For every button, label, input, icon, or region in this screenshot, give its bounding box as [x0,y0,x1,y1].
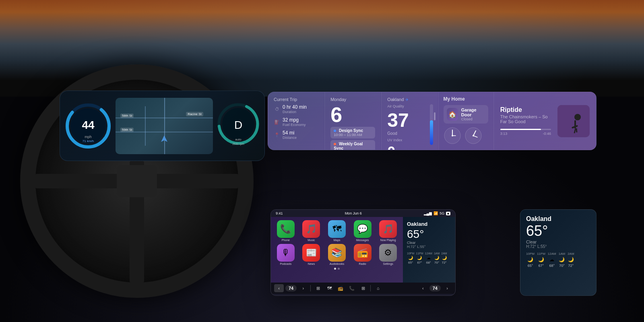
music-card: Riptide The Chainsmokers – So Far So Goo… [493,92,596,150]
weather-desc: Clear [407,241,451,245]
garage-icon: 🏠 [447,108,458,121]
weather-hour-0: 10PM 🌙 65° [407,252,414,264]
rw-hour-4: 2AM 🌙 72° [568,252,574,268]
battery-label: 5G [440,211,444,215]
svg-point-13 [473,135,474,136]
home-card: My Home 🏠 Garage Door Closed [438,92,493,150]
air-quality-card: Oakland ✈ Air Quality 37 Good UV Index 0… [381,92,438,150]
garage-door-item[interactable]: 🏠 Garage Door Closed [444,105,488,124]
calendar-event-1-time: 10:00 – 11:00 AM [334,133,372,137]
app-maps[interactable]: 🗺 Maps [325,220,349,242]
app-audiobooks[interactable]: 📚 Audiobooks [325,244,349,265]
home-button[interactable]: ⌂ [373,284,383,292]
rw-hourly: 10PM 🌙 65° 11PM 🌙 67° 12AM ☁ 68° 1AM 🌙 7… [526,252,590,268]
temp-display-right[interactable]: 74 [429,285,441,291]
aq-label: Air Quality [387,104,432,108]
calendar-card: Monday 6 Design Sync 10:00 – 11:00 AM We… [324,92,381,150]
right-forward-button[interactable]: › [442,284,452,292]
right-back-button[interactable]: ‹ [418,284,428,292]
music-artist: The Chainsmokers – So Far So Good [500,114,551,124]
speed-km: 71 km/h [83,139,94,143]
aq-city: Oakland [387,97,404,102]
calendar-day-number: 6 [330,104,375,125]
music-title: Riptide [500,106,551,114]
svg-point-15 [574,114,581,120]
calendar-day-name: Monday [330,97,375,102]
rw-city: Oakland [526,215,590,223]
music-progress-bar[interactable] [500,129,551,130]
music-times: 3:13 -0:46 [500,132,551,136]
apps-button[interactable]: ⊞ [358,284,368,292]
garage-status: Closed [461,117,485,121]
aq-bar-fill [430,120,433,145]
phone-button[interactable]: 📞 [347,284,357,292]
rw-hour-2: 12AM ☁ 68° [548,252,556,268]
rpm-value: 2530 rpm [232,142,244,145]
trip-distance-label: Distance [283,136,297,140]
rw-hour-0: 10PM 🌙 65° [526,252,535,268]
signal-icon: ▂▄▆ [424,211,432,215]
trip-title: Current Trip [274,97,318,102]
street-label-58th: 58th St [120,114,134,118]
instrument-cluster: 44 mph 71 km/h Racine St 58th St 59th St… [60,91,265,161]
analog-clock-2 [464,127,482,144]
speed-unit: mph [85,135,92,139]
rw-desc: Clear [526,239,590,244]
app-podcasts[interactable]: 🎙 Podcasts [274,244,297,265]
weather-city: Oakland [407,221,451,227]
svg-rect-14 [557,105,590,137]
aq-status: Good [387,131,432,136]
app-phone[interactable]: 📞 Phone [274,220,297,242]
divider-2 [370,285,371,291]
weather-hl: H:72° L:55° [407,245,451,249]
app-grid: 📞 Phone 🎵 Music 🗺 Maps 💬 Messages 🎵 [274,220,400,265]
maps-button[interactable]: 🗺 [324,284,334,292]
svg-point-9 [452,135,453,136]
app-messages[interactable]: 💬 Messages [351,220,374,242]
weather-hour-2: 12AM ☁ 68° [425,252,432,264]
music-info: Riptide The Chainsmokers – So Far So Goo… [500,106,551,136]
carplay-time: 9:41 [276,211,283,215]
right-weather-widget: Oakland 65° Clear H:72° L:55° 10PM 🌙 65°… [520,209,597,296]
app-nowplaying[interactable]: 🎵 Now Playing [376,220,400,242]
temp-display-left[interactable]: 74 [285,285,297,291]
app-settings[interactable]: ⚙ Settings [376,244,400,265]
gear-gauge: D auto 2530 rpm [216,102,260,150]
app-music[interactable]: 🎵 Music [300,220,323,242]
uv-bar [434,112,436,120]
battery-icon: ■ [446,212,450,215]
music-remaining: -0:46 [543,132,551,136]
app-radio[interactable]: 📻 Radio [351,244,374,265]
garage-label: Garage Door [461,107,485,117]
carplay-status-bar: 9:41 Mon Jun 6 ▂▄▆ 📶 5G ■ [271,210,455,217]
trip-duration-label: Duration [283,110,307,114]
speed-gauge: 44 mph 71 km/h [64,102,112,150]
radio-button[interactable]: 📻 [336,284,345,292]
weather-hour-4: 2AM 🌙 72° [441,252,447,264]
info-bar: Current Trip ⏱ 0 hr 40 min Duration ⛽ 32… [268,92,597,150]
trip-fuel-label: Fuel Economy [283,123,306,127]
trip-duration: 0 hr 40 min [283,104,307,110]
app-news[interactable]: 📰 News [300,244,323,265]
rw-temp: 65° [526,223,590,239]
music-progress-fill [500,129,541,130]
analog-clock-1 [444,127,461,144]
carplay-date: Mon Jun 6 [345,211,362,215]
distance-icon: 📍 [274,132,280,138]
speed-value: 44 [82,119,94,132]
page-dots [274,268,400,270]
back-button[interactable]: ‹ [274,284,284,292]
music-elapsed: 3:13 [500,132,508,136]
forward-button[interactable]: › [298,284,308,292]
rw-hour-1: 11PM 🌙 67° [537,252,545,268]
calendar-event-2: Weekly Goal Sync 2:30 – 3:30 PM [330,140,375,150]
carplay-body: 📞 Phone 🎵 Music 🗺 Maps 💬 Messages 🎵 [271,217,455,283]
home-title: My Home [444,96,488,102]
grid-button[interactable]: ⊞ [313,284,323,292]
gear-label: auto [235,138,242,141]
aq-value: 37 [387,109,432,131]
weather-hour-3: 1AM 🌙 70° [434,252,440,264]
carplay-apps-area: 📞 Phone 🎵 Music 🗺 Maps 💬 Messages 🎵 [271,217,403,283]
clock-icon: ⏱ [274,106,280,112]
uv-value: 0 [387,144,432,150]
